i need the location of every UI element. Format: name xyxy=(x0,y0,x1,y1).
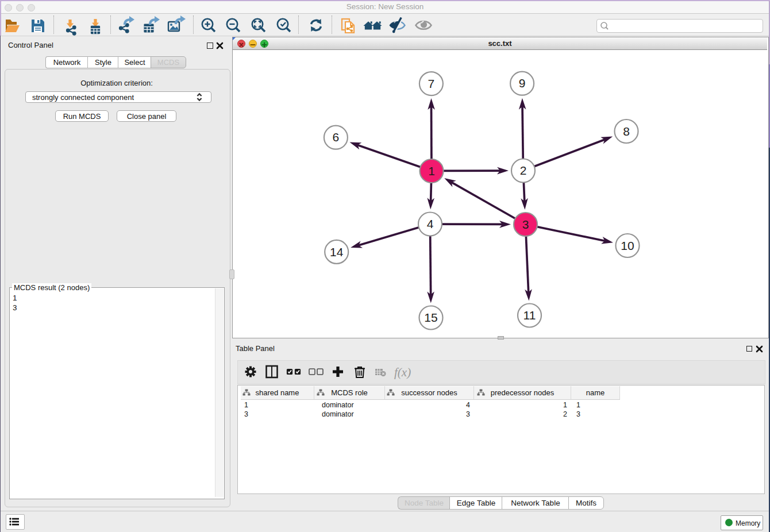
svg-text:f(x): f(x) xyxy=(394,365,411,379)
